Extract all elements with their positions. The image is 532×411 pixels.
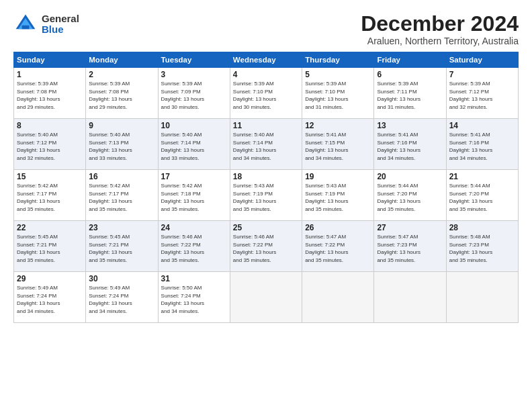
month-title: December 2024	[361, 12, 519, 36]
calendar-table: Sunday Monday Tuesday Wednesday Thursday…	[13, 52, 519, 323]
logo-text: General Blue	[42, 13, 79, 36]
col-wednesday: Wednesday	[230, 52, 302, 68]
day-info: Sunrise: 5:40 AM Sunset: 7:14 PM Dayligh…	[233, 131, 299, 162]
calendar-cell: 13Sunrise: 5:41 AM Sunset: 7:16 PM Dayli…	[374, 119, 446, 170]
header-row: Sunday Monday Tuesday Wednesday Thursday…	[14, 52, 519, 68]
day-number: 3	[161, 70, 227, 79]
col-tuesday: Tuesday	[158, 52, 230, 68]
day-number: 17	[161, 172, 227, 181]
calendar-cell	[446, 272, 518, 323]
calendar-cell: 29Sunrise: 5:49 AM Sunset: 7:24 PM Dayli…	[14, 272, 86, 323]
col-thursday: Thursday	[302, 52, 374, 68]
day-number: 13	[377, 121, 443, 130]
day-number: 29	[17, 274, 83, 283]
day-number: 27	[377, 223, 443, 232]
day-info: Sunrise: 5:50 AM Sunset: 7:24 PM Dayligh…	[161, 284, 227, 315]
day-number: 26	[305, 223, 371, 232]
calendar-cell: 28Sunrise: 5:48 AM Sunset: 7:23 PM Dayli…	[446, 221, 518, 272]
day-number: 5	[305, 70, 371, 79]
day-number: 6	[377, 70, 443, 79]
day-number: 30	[89, 274, 154, 283]
calendar-cell: 18Sunrise: 5:43 AM Sunset: 7:19 PM Dayli…	[230, 170, 302, 221]
day-info: Sunrise: 5:42 AM Sunset: 7:17 PM Dayligh…	[17, 182, 83, 213]
calendar-cell: 20Sunrise: 5:44 AM Sunset: 7:20 PM Dayli…	[374, 170, 446, 221]
calendar-cell: 22Sunrise: 5:45 AM Sunset: 7:21 PM Dayli…	[14, 221, 86, 272]
calendar-row: 8Sunrise: 5:40 AM Sunset: 7:12 PM Daylig…	[14, 119, 519, 170]
day-number: 16	[89, 172, 154, 181]
col-friday: Friday	[374, 52, 446, 68]
calendar-cell: 25Sunrise: 5:46 AM Sunset: 7:22 PM Dayli…	[230, 221, 302, 272]
day-info: Sunrise: 5:40 AM Sunset: 7:14 PM Dayligh…	[161, 131, 227, 162]
day-info: Sunrise: 5:48 AM Sunset: 7:23 PM Dayligh…	[449, 233, 515, 264]
calendar-cell: 4Sunrise: 5:39 AM Sunset: 7:10 PM Daylig…	[230, 68, 302, 119]
day-number: 31	[161, 274, 227, 283]
day-info: Sunrise: 5:47 AM Sunset: 7:23 PM Dayligh…	[377, 233, 443, 264]
logo-blue-text: Blue	[42, 24, 79, 36]
calendar-cell: 15Sunrise: 5:42 AM Sunset: 7:17 PM Dayli…	[14, 170, 86, 221]
day-number: 11	[233, 121, 299, 130]
day-number: 20	[377, 172, 443, 181]
day-number: 14	[449, 121, 515, 130]
day-info: Sunrise: 5:45 AM Sunset: 7:21 PM Dayligh…	[17, 233, 83, 264]
calendar-cell: 31Sunrise: 5:50 AM Sunset: 7:24 PM Dayli…	[158, 272, 230, 323]
day-info: Sunrise: 5:44 AM Sunset: 7:20 PM Dayligh…	[377, 182, 443, 213]
day-info: Sunrise: 5:41 AM Sunset: 7:16 PM Dayligh…	[377, 131, 443, 162]
day-info: Sunrise: 5:49 AM Sunset: 7:24 PM Dayligh…	[17, 284, 83, 315]
col-saturday: Saturday	[446, 52, 518, 68]
day-info: Sunrise: 5:39 AM Sunset: 7:12 PM Dayligh…	[449, 80, 515, 111]
location: Araluen, Northern Territory, Australia	[361, 36, 519, 46]
day-info: Sunrise: 5:39 AM Sunset: 7:10 PM Dayligh…	[305, 80, 371, 111]
day-number: 25	[233, 223, 299, 232]
calendar-row: 1Sunrise: 5:39 AM Sunset: 7:08 PM Daylig…	[14, 68, 519, 119]
day-info: Sunrise: 5:43 AM Sunset: 7:19 PM Dayligh…	[233, 182, 299, 213]
day-number: 28	[449, 223, 515, 232]
calendar-cell: 12Sunrise: 5:41 AM Sunset: 7:15 PM Dayli…	[302, 119, 374, 170]
day-number: 2	[89, 70, 154, 79]
calendar-cell: 26Sunrise: 5:47 AM Sunset: 7:22 PM Dayli…	[302, 221, 374, 272]
calendar-cell: 23Sunrise: 5:45 AM Sunset: 7:21 PM Dayli…	[86, 221, 158, 272]
day-info: Sunrise: 5:43 AM Sunset: 7:19 PM Dayligh…	[305, 182, 371, 213]
day-number: 4	[233, 70, 299, 79]
calendar-cell: 24Sunrise: 5:46 AM Sunset: 7:22 PM Dayli…	[158, 221, 230, 272]
day-info: Sunrise: 5:41 AM Sunset: 7:15 PM Dayligh…	[305, 131, 371, 162]
calendar-cell: 27Sunrise: 5:47 AM Sunset: 7:23 PM Dayli…	[374, 221, 446, 272]
day-number: 15	[17, 172, 83, 181]
day-info: Sunrise: 5:42 AM Sunset: 7:18 PM Dayligh…	[161, 182, 227, 213]
day-number: 21	[449, 172, 515, 181]
calendar-cell: 30Sunrise: 5:49 AM Sunset: 7:24 PM Dayli…	[86, 272, 158, 323]
day-info: Sunrise: 5:46 AM Sunset: 7:22 PM Dayligh…	[161, 233, 227, 264]
calendar-cell: 9Sunrise: 5:40 AM Sunset: 7:13 PM Daylig…	[86, 119, 158, 170]
calendar-cell: 5Sunrise: 5:39 AM Sunset: 7:10 PM Daylig…	[302, 68, 374, 119]
header: General Blue December 2024 Araluen, Nort…	[13, 12, 519, 46]
calendar-cell: 1Sunrise: 5:39 AM Sunset: 7:08 PM Daylig…	[14, 68, 86, 119]
day-info: Sunrise: 5:39 AM Sunset: 7:11 PM Dayligh…	[377, 80, 443, 111]
calendar-row: 22Sunrise: 5:45 AM Sunset: 7:21 PM Dayli…	[14, 221, 519, 272]
day-info: Sunrise: 5:44 AM Sunset: 7:20 PM Dayligh…	[449, 182, 515, 213]
page: General Blue December 2024 Araluen, Nort…	[0, 0, 532, 411]
day-info: Sunrise: 5:45 AM Sunset: 7:21 PM Dayligh…	[89, 233, 154, 264]
logo-general-text: General	[42, 13, 79, 25]
day-number: 18	[233, 172, 299, 181]
day-info: Sunrise: 5:42 AM Sunset: 7:17 PM Dayligh…	[89, 182, 154, 213]
calendar-cell: 2Sunrise: 5:39 AM Sunset: 7:08 PM Daylig…	[86, 68, 158, 119]
day-info: Sunrise: 5:46 AM Sunset: 7:22 PM Dayligh…	[233, 233, 299, 264]
day-number: 1	[17, 70, 83, 79]
calendar-cell: 14Sunrise: 5:41 AM Sunset: 7:16 PM Dayli…	[446, 119, 518, 170]
calendar-cell: 10Sunrise: 5:40 AM Sunset: 7:14 PM Dayli…	[158, 119, 230, 170]
day-info: Sunrise: 5:39 AM Sunset: 7:09 PM Dayligh…	[161, 80, 227, 111]
calendar-cell: 8Sunrise: 5:40 AM Sunset: 7:12 PM Daylig…	[14, 119, 86, 170]
logo: General Blue	[13, 12, 79, 36]
calendar-cell	[374, 272, 446, 323]
calendar-cell: 3Sunrise: 5:39 AM Sunset: 7:09 PM Daylig…	[158, 68, 230, 119]
col-monday: Monday	[86, 52, 158, 68]
day-info: Sunrise: 5:40 AM Sunset: 7:12 PM Dayligh…	[17, 131, 83, 162]
day-info: Sunrise: 5:39 AM Sunset: 7:08 PM Dayligh…	[17, 80, 83, 111]
day-number: 23	[89, 223, 154, 232]
day-info: Sunrise: 5:47 AM Sunset: 7:22 PM Dayligh…	[305, 233, 371, 264]
calendar-cell: 19Sunrise: 5:43 AM Sunset: 7:19 PM Dayli…	[302, 170, 374, 221]
day-info: Sunrise: 5:49 AM Sunset: 7:24 PM Dayligh…	[89, 284, 154, 315]
calendar-cell	[302, 272, 374, 323]
day-info: Sunrise: 5:39 AM Sunset: 7:08 PM Dayligh…	[89, 80, 154, 111]
calendar-cell: 17Sunrise: 5:42 AM Sunset: 7:18 PM Dayli…	[158, 170, 230, 221]
day-info: Sunrise: 5:40 AM Sunset: 7:13 PM Dayligh…	[89, 131, 154, 162]
